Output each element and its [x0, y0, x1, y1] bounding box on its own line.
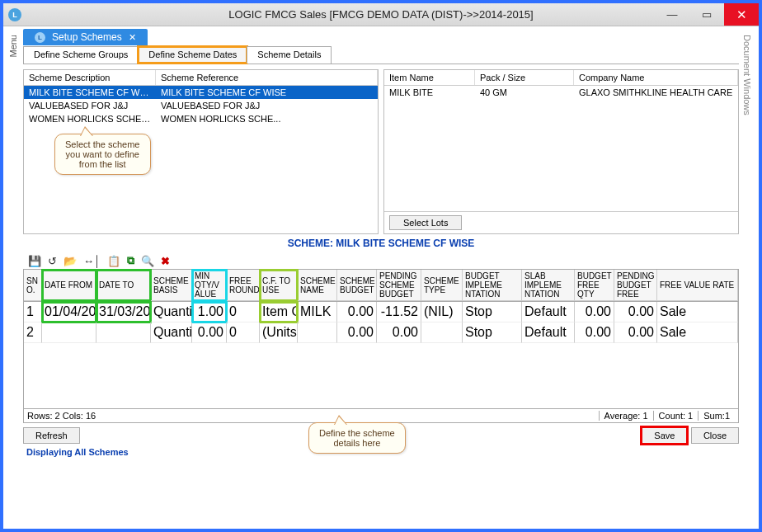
close-window-button[interactable]: ✕ [724, 3, 759, 26]
copy-icon[interactable]: 📋 [106, 255, 122, 267]
col-scheme-reference[interactable]: Scheme Reference [156, 70, 378, 85]
excel-icon[interactable]: ⧉ [125, 254, 136, 267]
scheme-dates-grid: SN O. DATE FROM DATE TO SCHEME BASIS MIN… [23, 269, 739, 302]
col-date-to[interactable]: DATE TO [96, 270, 151, 301]
tab-scheme-details[interactable]: Scheme Details [247, 46, 332, 64]
col-budget-free-qty[interactable]: BUDGET FREE QTY [575, 270, 614, 301]
refresh-button[interactable]: Refresh [23, 427, 80, 444]
delete-icon[interactable]: ✖ [159, 255, 172, 267]
scheme-row[interactable]: MILK BITE SCHEME CF WISE MILK BITE SCHEM… [24, 86, 378, 99]
col-scheme-type[interactable]: SCHEME TYPE [421, 270, 463, 301]
col-min-qty-value[interactable]: MIN QTY/V ALUE [192, 270, 227, 301]
callout-define-details: Define the scheme details here [308, 422, 406, 454]
col-budget-implementation[interactable]: BUDGET IMPLEME NTATION [463, 270, 522, 301]
col-free-value-rate[interactable]: FREE VALUE RATE [657, 270, 738, 301]
maximize-button[interactable]: ▭ [689, 3, 724, 26]
col-item-name[interactable]: Item Name [384, 70, 475, 85]
col-cf-to-use[interactable]: C.F. TO USE [260, 270, 298, 301]
scheme-row[interactable]: VALUEBASED FOR J&J VALUEBASED FOR J&J [24, 99, 378, 112]
tab-define-scheme-groups[interactable]: Define Scheme Groups [23, 46, 139, 64]
grid-row[interactable]: 2 Quantity 0.00 0 (Units) 0.00 0.00 Stop… [24, 322, 738, 343]
col-free-round[interactable]: FREE ROUND [227, 270, 260, 301]
save-button[interactable]: Save [642, 427, 687, 444]
find-icon[interactable]: 🔍 [139, 255, 156, 267]
grid-toolbar: 💾 ↺ 📂 ↔│ 📋 ⧉ 🔍 ✖ [23, 252, 739, 269]
col-pack-size[interactable]: Pack / Size [475, 70, 574, 85]
item-row[interactable]: MILK BITE 40 GM GLAXO SMITHKLINE HEALTH … [384, 86, 738, 99]
document-windows-label[interactable]: Document Windows [741, 31, 754, 119]
tab-define-scheme-dates[interactable]: Define Scheme Dates [138, 46, 247, 64]
col-pending-budget-free[interactable]: PENDING BUDGET FREE [614, 270, 657, 301]
select-lots-button[interactable]: Select Lots [389, 215, 462, 230]
col-scheme-basis[interactable]: SCHEME BASIS [151, 270, 192, 301]
save-icon[interactable]: 💾 [26, 255, 43, 267]
col-scheme-budget[interactable]: SCHEME BUDGET [337, 270, 377, 301]
status-average: Average: 1 [599, 411, 653, 421]
status-count: Count: 1 [653, 411, 698, 421]
minimize-button[interactable]: — [655, 3, 689, 26]
tab-setup-schemes-label: Setup Schemes [52, 31, 122, 43]
col-company-name[interactable]: Company Name [574, 70, 738, 85]
tab-close-icon[interactable]: ✕ [129, 32, 136, 43]
app-logo-icon: L [8, 8, 21, 21]
menu-sidebar-label[interactable]: Menu [7, 31, 20, 61]
status-rows-cols: Rows: 2 Cols: 16 [27, 411, 96, 421]
col-scheme-description[interactable]: Scheme Description [24, 70, 156, 85]
window-title: LOGIC FMCG Sales [FMCG DEMO DATA (DIST)-… [228, 8, 533, 21]
col-pending-scheme-budget[interactable]: PENDING SCHEME BUDGET [377, 270, 421, 301]
callout-select-scheme: Select the scheme you want to define fro… [54, 134, 151, 175]
folder-icon[interactable]: 📂 [62, 255, 78, 267]
scheme-title: SCHEME: MILK BITE SCHEME CF WISE [23, 234, 739, 252]
tab-icon: L [35, 32, 45, 43]
status-sum: Sum:1 [698, 411, 735, 421]
col-slab-implementation[interactable]: SLAB IMPLEME NTATION [522, 270, 575, 301]
scheme-row[interactable]: WOMEN HORLICKS SCHEME WOMEN HORLICKS SCH… [24, 112, 378, 125]
resize-icon[interactable]: ↔│ [82, 255, 102, 267]
tab-setup-schemes[interactable]: L Setup Schemes ✕ [23, 29, 148, 45]
col-scheme-name[interactable]: SCHEME NAME [298, 270, 337, 301]
undo-icon[interactable]: ↺ [46, 255, 59, 267]
status-bar: Rows: 2 Cols: 16 Average: 1 Count: 1 Sum… [23, 409, 739, 423]
col-date-from[interactable]: DATE FROM [42, 270, 96, 301]
grid-row[interactable]: 1 01/04/2014 31/03/2015 Quantity 1.00 0 … [24, 302, 738, 322]
close-button[interactable]: Close [691, 427, 739, 444]
item-panel: Item Name Pack / Size Company Name MILK … [383, 69, 739, 234]
titlebar: L LOGIC FMCG Sales [FMCG DEMO DATA (DIST… [3, 3, 759, 26]
col-sno[interactable]: SN O. [24, 270, 42, 301]
